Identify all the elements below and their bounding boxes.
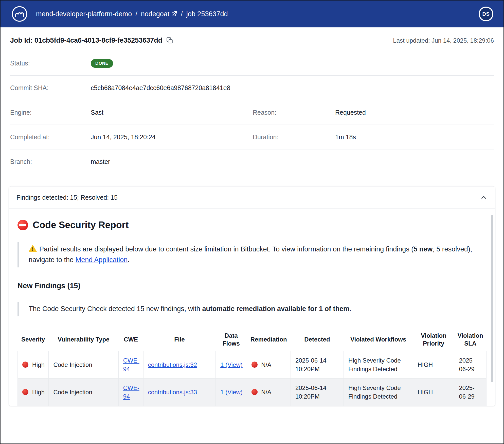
- cwe-cell: CWE-94: [118, 379, 143, 406]
- mend-logo[interactable]: [11, 5, 28, 23]
- cwe-link[interactable]: CWE-94: [123, 357, 139, 372]
- column-header-vulnerability-type: Vulnerability Type: [49, 328, 118, 351]
- last-updated: Last updated: Jun 14, 2025, 18:29:06: [393, 37, 494, 44]
- report-title: Code Security Report: [33, 220, 129, 230]
- breadcrumb: mend-developer-platform-demo / nodegoat …: [36, 10, 228, 18]
- data-flows-cell: 1 (View): [216, 379, 247, 406]
- table-header-row: Severity Vulnerability Type CWE File Dat…: [18, 328, 487, 351]
- top-navbar: mend-developer-platform-demo / nodegoat …: [1, 1, 503, 27]
- completed-duration-row: Completed at: Jun 14, 2025, 18:20:24 Dur…: [10, 125, 494, 149]
- breadcrumb-repo[interactable]: nodegoat: [141, 10, 177, 18]
- remediation-cell: N/A: [247, 379, 291, 406]
- file-link[interactable]: contributions.js:33: [148, 389, 197, 396]
- commit-sha-label: Commit SHA:: [10, 84, 91, 92]
- findings-summary-text: Findings detected: 15; Resolved: 15: [16, 194, 118, 201]
- column-header-data-flows: Data Flows: [216, 328, 247, 351]
- notice-text-start: Partial results are displayed below due …: [39, 245, 413, 253]
- severity-cell: High: [18, 351, 49, 378]
- summary-text-start: The Code Security Check detected 15 new …: [29, 305, 202, 313]
- remediation-red-icon: [251, 389, 258, 395]
- detected-cell: 2025-06-14 10:20PM: [291, 379, 344, 406]
- partial-results-notice: Partial results are displayed below due …: [17, 242, 487, 267]
- breadcrumb-separator: /: [181, 10, 183, 18]
- duration-label: Duration:: [253, 133, 335, 141]
- column-header-cwe: CWE: [118, 328, 143, 351]
- findings-table: Severity Vulnerability Type CWE File Dat…: [17, 328, 487, 406]
- findings-card: Findings detected: 15; Resolved: 15 Code…: [9, 186, 495, 406]
- no-entry-icon: [17, 220, 28, 230]
- engine-label: Engine:: [10, 109, 91, 116]
- user-avatar[interactable]: DS: [479, 7, 493, 21]
- chevron-up-icon[interactable]: [480, 194, 488, 201]
- data-flows-link[interactable]: 1 (View): [220, 361, 243, 368]
- completed-at-label: Completed at:: [10, 133, 91, 141]
- engine-reason-row: Engine: Sast Reason: Requested: [10, 100, 494, 125]
- remediation-label: N/A: [261, 361, 271, 368]
- remediation-label: N/A: [261, 389, 271, 396]
- copy-icon: [166, 37, 173, 44]
- job-id-title: Job Id: 01cb5fd9-4ca6-4013-8cf9-fe352536…: [10, 37, 162, 44]
- violated-workflows-cell: High Severity Code Findings Detected: [344, 379, 413, 406]
- completed-at-value: Jun 14, 2025, 18:20:24: [91, 133, 253, 141]
- mend-logo-icon: [11, 5, 28, 23]
- new-findings-title: New Findings (15): [17, 282, 487, 290]
- violation-priority-cell: HIGH: [413, 351, 454, 378]
- findings-summary-header[interactable]: Findings detected: 15; Resolved: 15: [9, 186, 495, 209]
- column-header-violated-workflows: Violated Workflows: [344, 328, 413, 351]
- remediation-red-icon: [251, 362, 258, 368]
- job-details-section: Job Id: 01cb5fd9-4ca6-4013-8cf9-fe352536…: [1, 27, 503, 174]
- file-cell: contributions.js:32: [143, 351, 216, 378]
- column-header-severity: Severity: [18, 328, 49, 351]
- detected-cell: 2025-06-14 10:20PM: [291, 351, 344, 378]
- notice-text-end: .: [128, 256, 130, 264]
- breadcrumb-job: job 253637dd: [186, 10, 228, 18]
- cwe-cell: CWE-94: [118, 351, 143, 378]
- status-badge: DONE: [91, 59, 113, 68]
- commit-sha-row: Commit SHA: c5cb68a7084e4ae7dcc60e6a9876…: [10, 76, 494, 100]
- violation-sla-cell: 2025-06-29: [454, 351, 487, 378]
- vulnerability-type-cell: Code Injection: [49, 351, 118, 378]
- report-title-row: Code Security Report: [17, 220, 487, 230]
- breadcrumb-project[interactable]: mend-developer-platform-demo: [36, 10, 132, 18]
- severity-label: High: [32, 361, 45, 368]
- commit-sha-value: c5cb68a7084e4ae7dcc60e6a98768720a81841e8: [91, 84, 253, 92]
- branch-value: master: [91, 158, 253, 165]
- card-scrollbar[interactable]: [491, 215, 493, 382]
- table-row: High Code Injection CWE-94 contributions…: [18, 379, 487, 406]
- severity-label: High: [32, 389, 45, 396]
- page: mend-developer-platform-demo / nodegoat …: [0, 0, 504, 444]
- report-body: Code Security Report Partial results are…: [9, 209, 495, 406]
- branch-row: Branch: master: [10, 149, 494, 174]
- file-link[interactable]: contributions.js:32: [148, 361, 197, 368]
- vulnerability-type-cell: Code Injection: [49, 379, 118, 406]
- job-header: Job Id: 01cb5fd9-4ca6-4013-8cf9-fe352536…: [10, 27, 494, 51]
- column-header-remediation: Remediation: [247, 328, 291, 351]
- branch-label: Branch:: [10, 158, 91, 165]
- high-severity-icon: [22, 389, 28, 395]
- notice-bold: 5 new: [413, 245, 433, 253]
- data-flows-link[interactable]: 1 (View): [220, 389, 243, 396]
- severity-cell: High: [18, 379, 49, 406]
- file-cell: contributions.js:33: [143, 379, 216, 406]
- violated-workflows-cell: High Severity Code Findings Detected: [344, 351, 413, 378]
- warning-icon: [29, 245, 37, 252]
- duration-value: 1m 18s: [335, 133, 494, 141]
- mend-application-link[interactable]: Mend Application: [76, 256, 128, 264]
- copy-job-id-button[interactable]: [166, 37, 173, 44]
- external-link-icon: [171, 11, 177, 17]
- reason-label: Reason:: [253, 109, 335, 116]
- column-header-violation-sla: Violation SLA: [454, 328, 487, 351]
- violation-priority-cell: HIGH: [413, 379, 454, 406]
- breadcrumb-repo-label: nodegoat: [141, 10, 170, 18]
- breadcrumb-separator: /: [135, 10, 137, 18]
- cwe-link[interactable]: CWE-94: [123, 384, 139, 400]
- column-header-file: File: [143, 328, 216, 351]
- engine-value: Sast: [91, 109, 253, 116]
- reason-value: Requested: [335, 109, 494, 116]
- status-row: Status: DONE: [10, 51, 494, 76]
- data-flows-cell: 1 (View): [216, 351, 247, 378]
- column-header-detected: Detected: [291, 328, 344, 351]
- summary-text-end: .: [349, 305, 351, 313]
- high-severity-icon: [22, 362, 28, 368]
- table-row: High Code Injection CWE-94 contributions…: [18, 351, 487, 378]
